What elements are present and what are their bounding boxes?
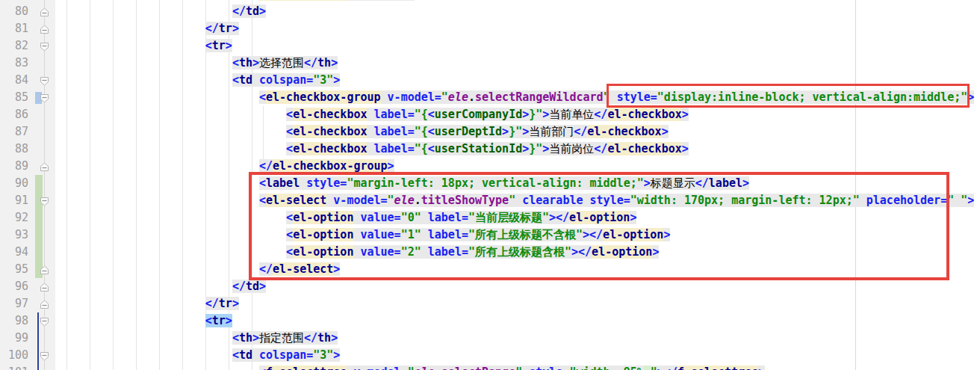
line-number: 83 xyxy=(0,55,28,72)
code-line-86[interactable]: <el-checkbox label="{<userCompanyId>}">当… xyxy=(43,106,689,123)
code-line-98[interactable]: <tr> xyxy=(43,312,232,330)
code-line-87[interactable]: <el-checkbox label="{<userDeptId>}">当前部门… xyxy=(43,123,669,141)
line-number: 93 xyxy=(0,226,28,244)
code-line-101[interactable]: <f-selecttree v-model="ele.selectRange" … xyxy=(43,364,765,370)
token-a: v-model xyxy=(333,194,380,207)
token-b: = xyxy=(408,142,415,155)
fold-marker-down[interactable] xyxy=(40,93,49,102)
token-ty: f-selecttree xyxy=(677,366,758,370)
code-line-96[interactable]: </td> xyxy=(43,278,266,295)
token-ty: el-checkbox xyxy=(293,142,367,155)
token-v: "display:inline-block; vertical-align:mi… xyxy=(657,90,967,104)
token-t: th xyxy=(239,331,252,345)
code-line-94[interactable]: <el-option value="2" label="所有上级标题含根"></… xyxy=(43,244,659,261)
token-b: < xyxy=(286,211,293,224)
token-a: clearable xyxy=(522,194,583,207)
token-b: </ xyxy=(259,262,273,276)
fold-marker-down[interactable] xyxy=(40,351,49,360)
code-line-92[interactable]: <el-option value="0" label="当前层级标题"></el… xyxy=(43,209,636,226)
token-t: tr xyxy=(219,22,232,35)
token-id: userStationId xyxy=(435,142,522,155)
code-line-100[interactable]: <td colspan="3"> xyxy=(43,347,340,364)
fold-marker-up[interactable] xyxy=(40,265,49,274)
token-b: = xyxy=(394,245,401,259)
fold-marker-up[interactable] xyxy=(40,24,49,34)
code-line-97[interactable]: </tr> xyxy=(43,295,239,312)
fold-marker-up[interactable] xyxy=(40,282,49,292)
code-line-90[interactable]: <label style="margin-left: 18px; vertica… xyxy=(43,175,749,192)
change-bar-green-bar xyxy=(35,175,43,278)
code-line-93[interactable]: <el-option value="1" label="所有上级标题不含根"><… xyxy=(43,226,670,244)
token-ty xyxy=(259,0,347,1)
code-line-95[interactable]: </el-select> xyxy=(43,261,340,278)
code-line-89[interactable]: </el-checkbox-group> xyxy=(43,158,394,175)
code-line-82[interactable]: <tr> xyxy=(43,37,232,55)
fold-marker-up[interactable] xyxy=(40,7,49,16)
code-line-91[interactable]: <el-select v-model="ele.titleShowType" c… xyxy=(43,192,974,209)
code-token-strip: <el-checkbox label="{<userStationId>}">当… xyxy=(286,142,689,155)
token-b: </ xyxy=(205,22,219,35)
token-var: ele xyxy=(448,90,468,104)
leading-whitespace xyxy=(43,194,259,207)
token-a: colspan xyxy=(259,73,306,87)
leading-whitespace xyxy=(43,314,205,327)
fold-marker-down[interactable] xyxy=(40,316,49,326)
selected-tag-strip: <tr> xyxy=(205,314,232,327)
token-b: > xyxy=(333,348,340,362)
token-b: > xyxy=(333,262,340,276)
fold-marker-up[interactable] xyxy=(40,299,49,309)
token-b: </ xyxy=(574,125,587,138)
leading-whitespace xyxy=(43,159,259,173)
leading-whitespace xyxy=(43,280,232,293)
line-number: 101 xyxy=(0,364,28,370)
token-b: > xyxy=(252,331,259,345)
token-ty: el-checkbox xyxy=(607,108,681,121)
token-ty: f-selecttree xyxy=(266,366,347,370)
token-b: = xyxy=(435,90,441,104)
token-a: label xyxy=(374,125,408,138)
code-token-strip: <th>选择范围</th> xyxy=(232,56,338,70)
token-a: v-model xyxy=(353,366,400,370)
token-b: </ xyxy=(304,56,317,70)
token-a: placeholder xyxy=(866,194,940,207)
fold-marker-down[interactable] xyxy=(40,75,49,85)
leading-whitespace xyxy=(43,262,259,276)
editor-gutter: 8081828384858687888990919293949596979899… xyxy=(0,0,55,370)
token-b: > xyxy=(630,211,636,224)
token-s xyxy=(515,194,522,207)
code-line-83[interactable]: <th>选择范围</th> xyxy=(43,55,338,72)
token-b: < xyxy=(232,348,239,362)
code-token-strip: <td colspan="3"> xyxy=(232,73,341,87)
fold-marker-down[interactable] xyxy=(40,196,49,206)
token-d: . xyxy=(468,90,475,104)
token-b: > xyxy=(259,4,266,18)
token-b: < xyxy=(286,142,293,155)
fold-marker-up[interactable] xyxy=(40,161,49,171)
token-s xyxy=(522,366,529,370)
code-line-80[interactable]: </td> xyxy=(43,3,266,20)
line-number: 96 xyxy=(0,278,28,295)
line-number: 84 xyxy=(0,72,28,89)
token-b: = xyxy=(306,348,313,362)
code-line-84[interactable]: <td colspan="3"> xyxy=(43,72,340,89)
line-number: 89 xyxy=(0,158,28,175)
token-v: "{ xyxy=(415,142,428,155)
token-v: "width: 95% xyxy=(569,366,643,370)
line-number: 97 xyxy=(0,295,28,312)
token-b: < xyxy=(286,245,293,259)
token-ty: el-option xyxy=(603,228,663,241)
line-number: 98 xyxy=(0,312,28,330)
code-line-85[interactable]: <el-checkbox-group v-model="ele.selectRa… xyxy=(43,89,974,106)
token-b: ></ xyxy=(571,245,592,259)
token-b: = xyxy=(408,125,415,138)
code-line-99[interactable]: <th>指定范围</th> xyxy=(43,330,338,347)
token-b: = xyxy=(401,366,408,370)
token-v: "2" xyxy=(401,245,421,259)
code-line-88[interactable]: <el-checkbox label="{<userStationId>}">当… xyxy=(43,141,689,158)
fold-marker-down[interactable] xyxy=(40,41,49,51)
token-b: </ xyxy=(594,142,607,155)
code-line-81[interactable]: </tr> xyxy=(43,20,239,37)
token-ty: el-checkbox xyxy=(607,142,681,155)
token-b: < xyxy=(428,108,435,121)
token-t: tr xyxy=(219,297,232,310)
